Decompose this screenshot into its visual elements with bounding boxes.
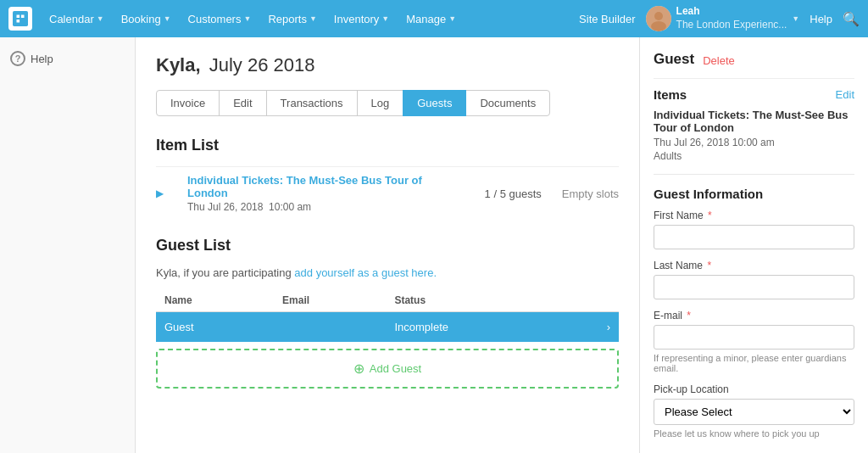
search-icon[interactable]: 🔍	[843, 11, 860, 27]
last-name-input[interactable]	[654, 275, 854, 299]
page-title: Kyla, July 26 2018	[156, 54, 619, 76]
add-yourself-link[interactable]: add yourself as a guest here.	[294, 266, 437, 279]
sidebar-help[interactable]: ? Help	[10, 51, 125, 66]
chevron-down-icon: ▼	[97, 14, 104, 23]
item-slots: Empty slots	[562, 187, 619, 200]
guest-status: Incomplete	[386, 312, 566, 343]
nav-manage[interactable]: Manage ▼	[399, 9, 463, 29]
first-name-label: First Name *	[654, 210, 854, 221]
tab-transactions[interactable]: Transactions	[266, 90, 358, 116]
chevron-down-icon: ▼	[448, 14, 456, 23]
user-chevron-icon: ▼	[792, 14, 799, 23]
last-name-group: Last Name *	[654, 260, 854, 299]
email-label: E-mail *	[654, 310, 854, 322]
top-navigation: Calendar ▼ Booking ▼ Customers ▼ Reports…	[0, 0, 868, 37]
item-date: Thu Jul 26, 2018 10:00 am	[187, 201, 465, 213]
required-star: *	[707, 260, 711, 271]
panel-items-title: Items	[654, 87, 687, 102]
guest-list-subtitle: Kyla, if you are participating add yours…	[156, 266, 619, 279]
guest-table: Name Email Status Guest Incomplete ›	[156, 289, 619, 342]
col-email: Email	[274, 289, 386, 312]
item-list-entry: ▶ Individual Tickets: The Must-See Bus T…	[156, 166, 619, 220]
email-input[interactable]	[654, 325, 854, 350]
svg-point-2	[654, 12, 663, 20]
required-star: *	[687, 310, 691, 322]
right-panel: Guest Delete Items Edit Individual Ticke…	[639, 37, 868, 453]
tab-bar: Invoice Edit Transactions Log Guests Doc…	[156, 90, 619, 116]
panel-ticket-date: Thu Jul 26, 2018 10:00 am	[654, 137, 854, 148]
user-menu[interactable]: Leah The London Experienc... ▼	[646, 5, 800, 31]
nav-inventory[interactable]: Inventory ▼	[327, 9, 396, 29]
tab-documents[interactable]: Documents	[465, 90, 550, 116]
guest-list-title: Guest List	[156, 237, 619, 254]
help-link[interactable]: Help	[810, 13, 832, 25]
email-group: E-mail * If representing a minor, please…	[654, 310, 854, 373]
plus-icon: ⊕	[353, 361, 364, 377]
svg-point-3	[651, 21, 666, 31]
pickup-label: Pick-up Location	[654, 383, 854, 395]
nav-customers[interactable]: Customers ▼	[181, 9, 259, 29]
tab-log[interactable]: Log	[357, 90, 404, 116]
col-status: Status	[386, 289, 566, 312]
avatar	[646, 6, 671, 31]
col-name: Name	[156, 289, 274, 312]
chevron-down-icon: ▼	[164, 14, 171, 23]
item-guests: 1 / 5 guests	[485, 187, 542, 200]
user-company: The London Experienc...	[676, 19, 787, 32]
email-hint: If representing a minor, please enter gu…	[654, 353, 854, 373]
delete-link[interactable]: Delete	[703, 54, 735, 67]
chevron-down-icon: ▼	[243, 14, 251, 23]
guest-email	[274, 312, 386, 343]
tab-edit[interactable]: Edit	[219, 90, 266, 116]
svg-rect-0	[13, 11, 28, 26]
site-builder-link[interactable]: Site Builder	[579, 13, 635, 25]
item-name[interactable]: Individual Tickets: The Must-See Bus Tou…	[187, 174, 465, 199]
item-expand-icon[interactable]: ▶	[156, 187, 164, 199]
main-content: Kyla, July 26 2018 Invoice Edit Transact…	[136, 37, 639, 453]
panel-ticket-name: Individual Tickets: The Must-See Bus Tou…	[654, 109, 854, 134]
logo[interactable]	[8, 7, 32, 31]
pickup-select[interactable]: Please Select	[654, 399, 854, 425]
chevron-down-icon: ▼	[381, 14, 389, 23]
add-guest-button[interactable]: ⊕ Add Guest	[156, 349, 619, 389]
panel-ticket-type: Adults	[654, 150, 854, 162]
help-icon: ?	[10, 51, 25, 66]
guest-info-title: Guest Information	[654, 187, 854, 201]
panel-edit-link[interactable]: Edit	[836, 88, 854, 101]
tab-invoice[interactable]: Invoice	[156, 90, 220, 116]
guest-chevron-icon[interactable]: ›	[566, 312, 619, 343]
chevron-down-icon: ▼	[309, 14, 317, 23]
panel-guest-title: Guest	[654, 51, 694, 68]
guest-name: Guest	[156, 312, 274, 343]
nav-booking[interactable]: Booking ▼	[114, 9, 178, 29]
required-star: *	[708, 210, 712, 221]
first-name-group: First Name *	[654, 210, 854, 249]
table-row[interactable]: Guest Incomplete ›	[156, 312, 619, 343]
nav-calendar[interactable]: Calendar ▼	[42, 9, 111, 29]
nav-reports[interactable]: Reports ▼	[261, 9, 323, 29]
sidebar: ? Help	[0, 37, 136, 453]
item-list-title: Item List	[156, 137, 619, 154]
pickup-group: Pick-up Location Please Select Please le…	[654, 383, 854, 439]
tab-guests[interactable]: Guests	[403, 90, 466, 116]
user-name: Leah	[676, 5, 787, 19]
pickup-hint: Please let us know where to pick you up	[654, 428, 854, 439]
first-name-input[interactable]	[654, 225, 854, 249]
last-name-label: Last Name *	[654, 260, 854, 271]
